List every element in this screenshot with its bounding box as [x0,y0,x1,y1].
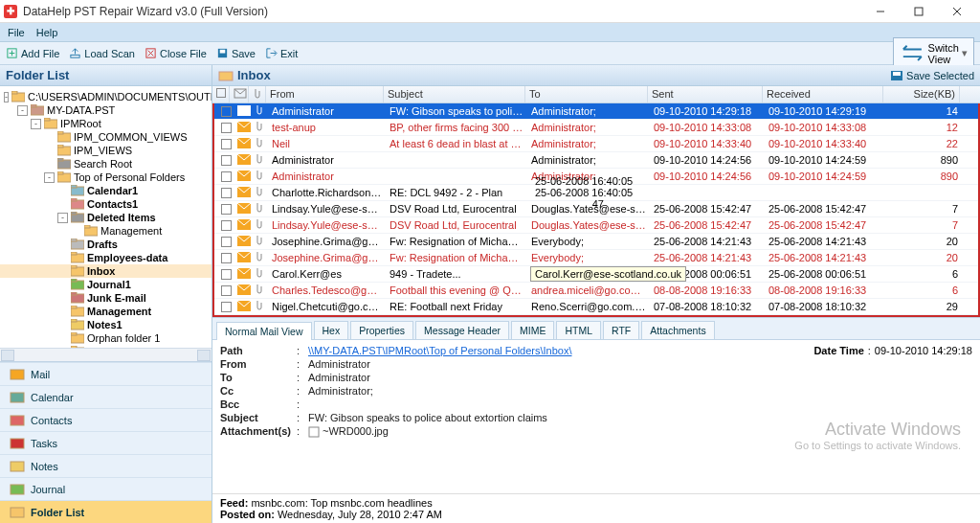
exit-button[interactable]: Exit [265,47,298,59]
tree-item[interactable]: Management [0,305,212,318]
tree-item-label: Drafts [87,239,118,250]
tree-toggle-icon[interactable]: - [17,105,28,116]
mail-row[interactable]: Lindsay.Yule@ese-scotland.c... DSV Road … [214,201,978,217]
tree-item[interactable]: Junk E-mail [0,291,212,305]
tree-item[interactable]: Employees-data [0,251,212,264]
nav-tasks[interactable]: Tasks [0,431,212,454]
column-header[interactable] [249,86,266,102]
column-header[interactable]: Sent [648,86,763,102]
mail-row[interactable]: test-anup BP, other firms facing 300 la.… [214,120,978,136]
tree-item[interactable]: -Top of Personal Folders [0,171,212,184]
mail-list[interactable]: Administrator FW: Gibson speaks to polic… [212,103,980,317]
row-subject: DSV Road Ltd, Eurocentral [386,203,527,215]
tab-hex[interactable]: Hex [314,321,349,339]
minimize-button[interactable] [861,1,900,22]
row-checkbox[interactable] [221,123,232,133]
mail-row[interactable]: Nigel.Chetcuti@go.com.mt RE: Football ne… [214,299,978,315]
column-header[interactable]: To [525,86,648,102]
save-selected-button[interactable]: Save Selected [890,70,974,81]
row-checkbox[interactable] [221,204,232,215]
mail-row[interactable]: Lindsay.Yule@ese-scotland.c... DSV Road … [214,217,978,234]
column-header[interactable] [230,86,249,102]
nav-journal[interactable]: Journal [0,477,212,500]
tree-toggle-icon[interactable]: - [4,92,9,102]
tree-item[interactable]: -C:\USERS\ADMIN\DOCUMENTS\OUTLOOK FA [0,90,212,103]
tree-item[interactable]: Inbox [0,264,212,278]
mail-row[interactable]: Administrator Administrator; 09-10-2010 … [214,152,978,169]
tree-item[interactable]: Contacts1 [0,197,212,211]
tree-toggle-icon[interactable]: - [44,172,55,183]
nav-folderlist[interactable]: Folder List [0,500,212,523]
tree-toggle-icon[interactable]: - [31,119,41,129]
tree-item[interactable]: Search Root [0,157,212,171]
add-file-button[interactable]: Add File [6,47,59,59]
tab-message-header[interactable]: Message Header [415,321,509,339]
load-scan-button[interactable]: Load Scan [69,47,135,59]
nav-mail[interactable]: Mail [0,362,212,385]
tab-properties[interactable]: Properties [350,321,413,339]
nav-calendar[interactable]: Calendar [0,385,212,408]
save-button[interactable]: Save [216,47,256,59]
tree-item[interactable]: -Deleted Items [0,211,212,224]
tab-attachments[interactable]: Attachments [641,321,714,339]
row-checkbox[interactable] [221,220,232,231]
nav-notes[interactable]: Notes [0,454,212,477]
tab-normal-mail-view[interactable]: Normal Mail View [216,322,312,340]
tree-item[interactable]: Management [0,224,212,238]
menu-help[interactable]: Help [36,27,58,38]
column-header[interactable] [212,86,230,102]
tree-item[interactable]: Journal1 [0,278,212,291]
mail-row[interactable]: Charlotte.Richardson@dexio... RE: DCL 94… [214,185,978,201]
tree-item[interactable]: -IPMRoot [0,117,212,130]
folder-panel: Folder List -C:\USERS\ADMIN\DOCUMENTS\OU… [0,65,212,523]
column-header[interactable]: Subject [384,86,525,102]
tree-item[interactable]: Notes1 [0,318,212,331]
row-received: 08-08-2008 19:16:33 [765,284,885,296]
close-button[interactable] [938,1,976,22]
mail-row[interactable]: Neil At least 6 dead in blast at Ch... A… [214,136,978,152]
tree-toggle-icon[interactable]: - [57,213,68,223]
tree-item[interactable]: IPM_VIEWS [0,144,212,157]
mail-row[interactable]: Josephine.Grima@go.com.mt Fw: Resignatio… [214,250,978,266]
column-header[interactable]: From [266,86,384,102]
row-checkbox[interactable] [221,139,232,149]
content-panel: Inbox Save Selected FromSubjectToSentRec… [212,65,980,523]
mail-row[interactable]: Carol.Kerr@es 949 - Tradete... Douglas.Y… [214,266,978,283]
mail-row[interactable]: Josephine.Grima@go.com.mt Fw: Resignatio… [214,234,978,250]
close-file-button[interactable]: Close File [145,47,207,59]
row-to: Douglas.Yates@ese-scotland... [527,203,650,215]
mail-row[interactable]: Charles.Tedesco@go.com.mt Football this … [214,283,978,299]
tree-scrollbar[interactable] [0,348,212,361]
column-header[interactable]: Size(KB) [883,86,960,102]
column-header[interactable]: Received [763,86,883,102]
tree-item[interactable]: Calendar1 [0,184,212,197]
tree-item[interactable]: Drafts [0,238,212,251]
row-checkbox[interactable] [221,269,232,280]
tree-item[interactable]: -MY-DATA.PST [0,103,212,117]
nav-contacts[interactable]: Contacts [0,408,212,431]
tree-item[interactable]: IPM_COMMON_VIEWS [0,130,212,144]
tab-rtf[interactable]: RTF [603,321,639,339]
mail-row[interactable]: Administrator FW: Gibson speaks to polic… [214,103,978,120]
row-checkbox[interactable] [221,253,232,263]
maximize-button[interactable] [900,1,938,22]
row-checkbox[interactable] [221,171,232,182]
row-checkbox[interactable] [221,237,232,247]
folder-tree[interactable]: -C:\USERS\ADMIN\DOCUMENTS\OUTLOOK FA-MY-… [0,86,212,348]
tab-html[interactable]: HTML [556,321,601,339]
tree-item[interactable]: Orphan folder 1 [0,331,212,345]
row-checkbox[interactable] [221,302,232,312]
mail-list-header[interactable]: FromSubjectToSentReceivedSize(KB) [212,86,980,103]
switch-view-button[interactable]: Switch View▾ [893,37,974,69]
menu-file[interactable]: File [8,27,25,38]
attachment-icon [255,104,264,116]
row-checkbox[interactable] [221,106,232,117]
tab-mime[interactable]: MIME [511,321,554,339]
row-checkbox[interactable] [221,188,232,198]
row-checkbox[interactable] [221,155,232,166]
folder-list-header: Folder List [0,65,212,86]
detail-attachment[interactable]: ~WRD000.jpg [323,425,389,437]
row-checkbox[interactable] [221,285,232,296]
attachment-icon [255,300,264,311]
detail-path-link[interactable]: \\MY-DATA.PST\IPMRoot\Top of Personal Fo… [308,345,572,356]
